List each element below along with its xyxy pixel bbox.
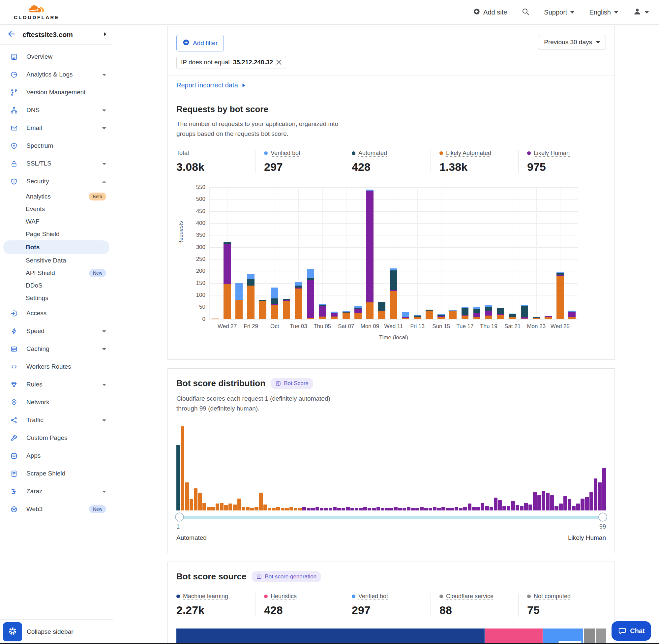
support-menu[interactable]: Support (544, 8, 574, 16)
bot-score-docs-badge[interactable]: Bot Score (270, 378, 313, 389)
sidebar-item-security-analytics[interactable]: AnalyticsBeta (0, 190, 113, 203)
slider-handle-min[interactable] (175, 513, 184, 522)
sidebar-item-page-shield[interactable]: Page Shield (0, 228, 113, 240)
apps-icon (10, 452, 18, 460)
histogram-bar-score-64 (450, 508, 454, 510)
bar-segment-likely-automated (390, 291, 397, 319)
sidebar-item-zaraz[interactable]: Zaraz (0, 482, 113, 500)
sidebar-item-settings[interactable]: Settings (0, 292, 113, 304)
sidebar-item-sensitive-data[interactable]: Sensitive Data (0, 254, 113, 267)
sidebar-item-web3[interactable]: Web3New (0, 500, 113, 518)
sidebar-item-label: Email (26, 124, 94, 132)
report-incorrect-data-link[interactable]: Report incorrect data (176, 82, 238, 89)
stacked-bar[interactable] (271, 288, 279, 319)
sidebar-item-events[interactable]: Events (0, 203, 113, 215)
stacked-bar[interactable] (485, 305, 493, 319)
slider-handle-max[interactable] (598, 513, 607, 522)
sidebar-item-apps[interactable]: Apps (0, 447, 113, 465)
stacked-bar[interactable] (295, 282, 302, 319)
language-menu[interactable]: English (589, 8, 618, 16)
stacked-bar[interactable] (235, 283, 243, 319)
chat-button[interactable]: Chat (612, 621, 651, 641)
user-icon (633, 7, 641, 18)
sidebar-item-speed[interactable]: Speed (0, 322, 113, 340)
stacked-bar[interactable] (331, 312, 338, 319)
stacked-bar[interactable] (247, 274, 255, 319)
sidebar-item-bots[interactable]: Bots (3, 240, 110, 254)
sidebar-item-email[interactable]: Email (0, 119, 113, 137)
sidebar-item-workers-routes[interactable]: Workers Routes (0, 358, 113, 375)
stacked-bar[interactable] (568, 310, 575, 319)
stacked-bar[interactable] (259, 300, 266, 319)
stacked-bar[interactable] (438, 314, 445, 319)
bar-slot (495, 187, 507, 319)
stacked-bar[interactable] (473, 307, 481, 319)
stacked-bar[interactable] (402, 312, 409, 319)
sidebar-item-caching[interactable]: Caching (0, 340, 113, 358)
sidebar-item-dns[interactable]: DNS (0, 101, 113, 119)
stacked-bar[interactable] (426, 309, 433, 319)
stacked-bar[interactable] (557, 272, 564, 319)
stacked-bar[interactable] (414, 315, 421, 319)
stacked-bar[interactable] (521, 305, 528, 319)
requests-card: Add filter IP does not equal 35.212.240.… (167, 26, 615, 360)
histogram-bar-score-73 (490, 507, 493, 510)
sidebar-item-analytics-logs[interactable]: Analytics & Logs (0, 66, 113, 84)
stacked-bar[interactable] (390, 269, 397, 319)
stacked-bar[interactable] (307, 269, 314, 319)
back-arrow-icon[interactable] (7, 30, 16, 40)
histogram-bar-score-6 (198, 493, 202, 510)
sidebar-item-scrape-shield[interactable]: Scrape Shield (0, 465, 113, 482)
histogram-bar-score-78 (511, 501, 515, 510)
sidebar-item-network[interactable]: Network (0, 393, 113, 411)
stacked-bar[interactable] (545, 316, 552, 319)
sidebar-item-api-shield[interactable]: API ShieldNew (0, 267, 113, 279)
bar-segment-verified-bot (307, 269, 314, 278)
bar-segment-likely-human (485, 310, 493, 316)
stacked-bar[interactable] (366, 190, 374, 319)
histogram-bar-score-88 (555, 506, 558, 510)
settings-gear-button[interactable] (3, 622, 22, 641)
search-button[interactable] (521, 7, 529, 17)
sidebar-item-custom-pages[interactable]: Custom Pages (0, 429, 113, 447)
sidebar-item-overview[interactable]: Overview (0, 48, 113, 66)
collapse-sidebar-label: Collapse sidebar (27, 628, 73, 636)
sidebar-item-traffic[interactable]: Traffic (0, 411, 113, 429)
remove-filter-icon[interactable] (276, 60, 282, 65)
time-range-dropdown[interactable]: Previous 30 days (538, 35, 606, 49)
account-menu[interactable] (633, 7, 649, 18)
cloudflare-logo[interactable]: CLOUDFLARE (14, 5, 59, 20)
site-switcher-caret-icon[interactable] (104, 32, 107, 38)
collapse-sidebar-row[interactable]: Collapse sidebar (0, 619, 113, 644)
stacked-bar[interactable] (497, 308, 504, 319)
sidebar-item-security[interactable]: Security (0, 172, 113, 190)
x-tick-label: Mon 23 (527, 323, 546, 330)
sidebar-item-version-management[interactable]: Version Management (0, 84, 113, 101)
sidebar-item-ddos[interactable]: DDoS (0, 279, 113, 292)
sidebar-item-access[interactable]: Access (0, 304, 113, 322)
sidebar-item-ssl-tls[interactable]: SSL/TLS (0, 155, 113, 172)
stacked-bar[interactable] (509, 314, 516, 319)
stacked-bar[interactable] (462, 307, 469, 319)
bar-slot (245, 187, 257, 319)
sidebar-item-waf[interactable]: WAF (0, 215, 113, 228)
stacked-bar[interactable] (449, 310, 456, 319)
bot-score-generation-docs-badge[interactable]: Bot score generation (252, 571, 321, 582)
sidebar-item-rules[interactable]: Rules (0, 375, 113, 393)
sidebar-item-spectrum[interactable]: Spectrum (0, 137, 113, 155)
add-filter-button[interactable]: Add filter (176, 35, 224, 51)
stacked-bar[interactable] (343, 311, 350, 319)
expand-triangle-icon[interactable] (242, 83, 245, 88)
stacked-bar[interactable] (378, 302, 385, 319)
stat-label: Heuristics (270, 593, 297, 600)
stacked-bar[interactable] (533, 317, 540, 319)
stacked-bar[interactable] (354, 306, 362, 319)
stacked-bar[interactable] (319, 304, 326, 319)
histogram-bar-score-21 (263, 505, 267, 510)
stacked-bar[interactable] (283, 299, 290, 319)
bar-segment-automated (378, 302, 385, 310)
add-site-button[interactable]: Add site (473, 8, 507, 17)
bar-slot (305, 187, 316, 319)
stacked-bar[interactable] (212, 319, 219, 319)
stacked-bar[interactable] (223, 242, 231, 319)
